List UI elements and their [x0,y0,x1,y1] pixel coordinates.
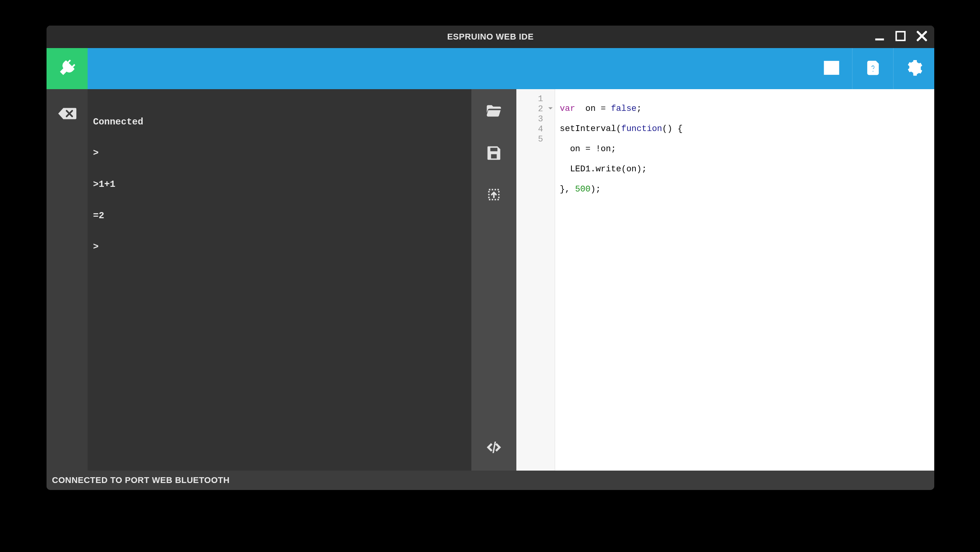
folder-open-icon [485,114,502,121]
left-gutter [47,89,88,471]
toggle-code-button[interactable] [485,439,502,457]
code-line: LED1.write(on); [560,164,930,174]
gutter-line: 5 [516,134,555,144]
svg-rect-1 [896,32,905,41]
main-body: Connected > >1+1 =2 > [47,89,934,471]
svg-rect-3 [827,64,831,72]
terminal-line: >1+1 [93,179,466,190]
editor-content[interactable]: var on = false; setInterval(function() {… [555,89,934,471]
backspace-icon [58,115,76,121]
terminal-line: > [93,148,466,159]
status-text: CONNECTED TO PORT WEB BLUETOOTH [52,475,229,485]
terminal-line: Connected [93,117,466,128]
svg-rect-0 [875,38,884,40]
editor-gutter: 1 2 3 4 5 [516,89,555,471]
split-view-icon [823,60,840,78]
plug-icon [58,59,76,79]
help-book-icon [865,60,881,78]
save-icon [485,156,502,162]
statusbar: CONNECTED TO PORT WEB BLUETOOTH [47,471,934,490]
fold-arrow-icon[interactable] [548,104,553,114]
svg-rect-4 [832,64,837,72]
code-editor[interactable]: 1 2 3 4 5 var on = false; setInterval(fu… [516,89,934,471]
upload-to-board-button[interactable] [485,186,502,205]
settings-button[interactable] [893,48,934,89]
save-file-button[interactable] [485,144,502,163]
gutter-line: 1 [516,94,555,104]
middle-toolbar [471,89,516,471]
app-window: ESPRUINO WEB IDE [47,26,934,490]
toolbar [47,48,934,89]
minimize-icon[interactable] [874,30,885,43]
gutter-line: 3 [516,114,555,124]
code-line: on = !on; [560,144,930,154]
open-file-button[interactable] [485,102,502,121]
code-line: setInterval(function() { [560,124,930,134]
window-title: ESPRUINO WEB IDE [447,32,533,42]
gutter-line: 2 [516,104,555,114]
maximize-icon[interactable] [895,30,906,43]
terminal-panel[interactable]: Connected > >1+1 =2 > [88,89,471,471]
gutter-line: 4 [516,124,555,134]
close-icon[interactable] [916,30,928,44]
connect-button[interactable] [47,48,88,89]
help-button[interactable] [852,48,893,89]
terminal-line: > [93,242,466,252]
code-line: }, 500); [560,185,930,195]
gear-icon [906,60,922,78]
chip-upload-icon [485,198,502,204]
clear-terminal-button[interactable] [58,107,76,122]
code-icon [485,450,502,457]
code-line: var on = false; [560,104,930,114]
window-controls [874,26,928,48]
terminal-line: =2 [93,211,466,221]
titlebar: ESPRUINO WEB IDE [47,26,934,48]
split-view-button[interactable] [811,48,852,89]
